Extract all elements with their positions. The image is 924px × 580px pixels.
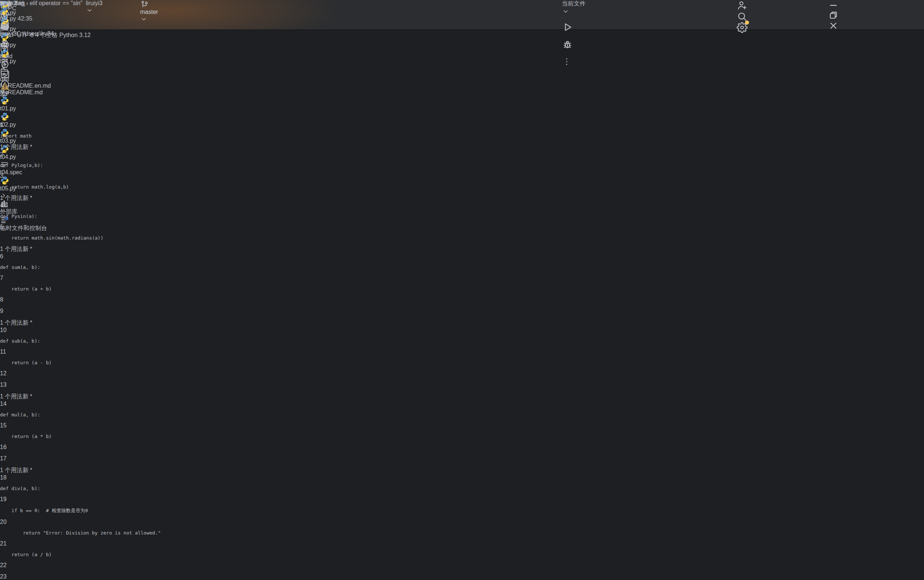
usage-hint: 1 个用法: [0, 467, 22, 473]
code-line-21[interactable]: 21 return (a / b): [0, 540, 161, 557]
inlay-row: 1 个用法新 *: [0, 393, 161, 400]
inlay-row: 1 个用法新 *: [0, 194, 161, 202]
new-hint: 新 *: [22, 467, 32, 473]
code-editor[interactable]: 1import math1 个用法新 *2def Pylog(a,b):3 re…: [0, 122, 161, 580]
inlay-row: 1 个用法新 *: [0, 143, 161, 151]
debug-button[interactable]: [562, 39, 585, 50]
code-line-23[interactable]: 23: [0, 573, 161, 580]
close-tab-button[interactable]: [0, 64, 161, 71]
code-text: def Pylog(a,b):: [0, 163, 161, 168]
code-text: return math.sin(math.radians(a)): [0, 235, 161, 241]
inlay-hint[interactable]: 1 个用法新 *: [0, 246, 161, 253]
pycharm-window: PC L liruiyi3 master 当前文件: [0, 0, 924, 580]
lock-icon[interactable]: [0, 39, 91, 48]
code-text: return (a - b): [0, 360, 161, 366]
usage-hint: 1 个用法: [0, 144, 22, 150]
statusbar-file[interactable]: t04.py: [0, 15, 16, 21]
add-user-button[interactable]: [736, 0, 748, 11]
line-number: 5: [0, 224, 161, 231]
editor-region: t01.pyt03.pyt02.pyt04.py 27 1import math…: [0, 0, 161, 580]
settings-button[interactable]: [736, 22, 748, 33]
code-text: if b == 0: # 检查除数是否为0: [0, 508, 161, 514]
code-text: return "Error: Division by zero is not a…: [0, 530, 161, 536]
line-number: 17: [0, 455, 161, 462]
more-run-options-button[interactable]: [562, 57, 585, 66]
code-line-18[interactable]: 18def div(a, b):: [0, 475, 161, 491]
inlay-hint[interactable]: 1 个用法新 *: [0, 466, 161, 475]
caret-position[interactable]: 42:35: [18, 15, 32, 21]
code-line-4[interactable]: 4def Pysin(a):: [0, 202, 161, 219]
python-icon: [0, 7, 91, 15]
inlay-hint[interactable]: 1 个用法新 *: [0, 194, 161, 202]
code-line-10[interactable]: 10def sub(a, b):: [0, 327, 161, 344]
code-text: def mul(a, b):: [0, 412, 161, 417]
prev-problem-button[interactable]: [0, 97, 161, 106]
minimize-button[interactable]: [828, 0, 838, 10]
code-text: def sum(a, b):: [0, 265, 161, 270]
highlighting-level-icon[interactable]: [0, 22, 91, 31]
usage-hint: 1 个用法: [0, 320, 22, 326]
line-number: 4: [0, 202, 161, 209]
code-line-5[interactable]: 5 return math.sin(math.radians(a)): [0, 224, 161, 241]
usage-hint: 1 个用法: [0, 195, 22, 201]
code-line-17[interactable]: 17: [0, 455, 161, 462]
statusbar-project[interactable]: liruiyi3: [0, 0, 16, 6]
line-number: 1: [0, 122, 161, 129]
code-line-13[interactable]: 13: [0, 382, 161, 388]
code-line-7[interactable]: 7 return (a + b): [0, 275, 161, 292]
new-hint: 新 *: [22, 320, 32, 326]
next-problem-button[interactable]: [0, 113, 161, 122]
line-number: 6: [0, 253, 161, 260]
line-number: 10: [0, 327, 161, 333]
code-line-3[interactable]: 3 return math.log(a,b): [0, 173, 161, 189]
close-button[interactable]: [828, 21, 838, 31]
code-text: def Pysin(a):: [0, 214, 161, 219]
code-text: return math.log(a,b): [0, 184, 161, 189]
inspections-widget: 27: [0, 81, 161, 122]
code-line-20[interactable]: 20 return "Error: Division by zero is no…: [0, 519, 161, 536]
chevron-right-icon: ›: [18, 0, 20, 6]
line-number: 12: [0, 370, 161, 377]
code-line-14[interactable]: 14def mul(a, b):: [0, 400, 161, 417]
line-ending[interactable]: CRLF: [0, 32, 15, 38]
line-number: 2: [0, 151, 161, 158]
new-hint: 新 *: [22, 393, 32, 399]
line-number: 15: [0, 422, 161, 429]
line-number: 14: [0, 400, 161, 407]
inlay-hint[interactable]: 1 个用法新 *: [0, 143, 161, 151]
interpreter[interactable]: Python 3.12: [59, 32, 91, 38]
line-number: 8: [0, 297, 161, 303]
inlay-row: 1 个用法新 *: [0, 466, 161, 475]
line-number: 11: [0, 349, 161, 355]
code-line-22[interactable]: 22: [0, 562, 161, 568]
new-hint: 新 *: [22, 246, 32, 252]
code-line-8[interactable]: 8: [0, 297, 161, 303]
inlay-hint[interactable]: 1 个用法新 *: [0, 393, 161, 400]
code-line-9[interactable]: 9: [0, 308, 161, 315]
line-number: 9: [0, 308, 161, 315]
line-number: 13: [0, 382, 161, 388]
chevron-down-icon[interactable]: [562, 8, 585, 15]
code-line-19[interactable]: 19 if b == 0: # 检查除数是否为0: [0, 496, 161, 514]
code-line-12[interactable]: 12: [0, 370, 161, 377]
indent-setting[interactable]: 4 个空格: [35, 32, 58, 38]
code-line-15[interactable]: 15 return (a * b): [0, 422, 161, 439]
run-button[interactable]: [562, 21, 585, 33]
code-line-2[interactable]: 2def Pylog(a,b):: [0, 151, 161, 168]
run-configuration[interactable]: 当前文件: [562, 0, 585, 7]
code-line-6[interactable]: 6def sum(a, b):: [0, 253, 161, 270]
code-line-1[interactable]: 1import math: [0, 122, 161, 139]
inlay-hint[interactable]: 1 个用法新 *: [0, 319, 161, 327]
line-number: 7: [0, 275, 161, 282]
encoding[interactable]: UTF-8: [17, 32, 33, 38]
code-line-16[interactable]: 16: [0, 444, 161, 450]
tab-options-button[interactable]: [0, 71, 161, 81]
usage-hint: 1 个用法: [0, 246, 22, 252]
line-number: 18: [0, 475, 161, 481]
line-number: 22: [0, 562, 161, 568]
settings-badge: [745, 21, 749, 25]
warning-icon: [0, 81, 161, 91]
terminal-minimize-button[interactable]: [0, 54, 25, 64]
code-line-11[interactable]: 11 return (a - b): [0, 349, 161, 366]
restore-button[interactable]: [828, 10, 838, 21]
